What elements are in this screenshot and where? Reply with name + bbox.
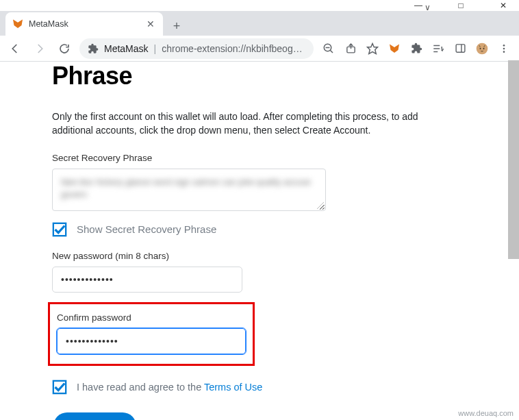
tab-metamask[interactable]: MetaMask ✕ — [5, 12, 163, 36]
page-description: Only the first account on this wallet wi… — [52, 110, 449, 138]
terms-link[interactable]: Terms of Use — [204, 382, 262, 393]
show-srp-checkbox[interactable] — [52, 222, 67, 237]
srp-label: Secret Recovery Phrase — [52, 153, 452, 163]
address-bar[interactable]: MetaMask | chrome-extension://nkbihfbeog… — [79, 38, 314, 59]
forward-button[interactable] — [30, 39, 49, 58]
confirm-password-input[interactable] — [57, 328, 246, 354]
extension-icon — [88, 43, 99, 54]
zoom-icon[interactable] — [322, 42, 336, 55]
import-button[interactable]: Import — [53, 412, 136, 420]
page-title: Phrase — [52, 62, 452, 90]
svg-marker-8 — [390, 44, 399, 53]
svg-point-17 — [503, 45, 505, 47]
svg-marker-7 — [368, 43, 378, 53]
svg-point-18 — [503, 47, 505, 49]
highlight-annotation: Confirm password — [48, 302, 255, 366]
omnibox-url: chrome-extension://nkbihfbeogaea... — [162, 43, 305, 54]
tab-title: MetaMask — [29, 19, 140, 29]
profile-avatar-icon[interactable] — [475, 42, 489, 55]
omnibox-app-name: MetaMask — [104, 43, 149, 54]
new-password-input[interactable] — [52, 267, 242, 293]
svg-point-16 — [483, 48, 485, 49]
page-viewport: Phrase Only the first account on this wa… — [0, 62, 519, 420]
svg-rect-12 — [456, 45, 465, 52]
scrollbar-thumb[interactable] — [508, 60, 519, 259]
svg-point-14 — [477, 42, 488, 54]
close-tab-icon[interactable]: ✕ — [145, 18, 156, 29]
terms-label: I have read and agree to the Terms of Us… — [77, 382, 262, 393]
reading-list-icon[interactable] — [431, 42, 445, 55]
watermark: www.deuaq.com — [458, 409, 514, 417]
svg-point-19 — [503, 51, 505, 53]
metamask-extension-icon[interactable] — [388, 42, 401, 55]
srp-textarea[interactable]: fake blur hickory glance word sign salmo… — [52, 169, 326, 211]
new-tab-button[interactable]: + — [167, 16, 186, 36]
extensions-icon[interactable] — [409, 42, 423, 55]
resize-handle-icon[interactable] — [317, 202, 324, 209]
confirm-password-label: Confirm password — [57, 312, 246, 323]
close-window-button[interactable]: ✕ — [489, 0, 518, 11]
reload-button[interactable] — [55, 39, 74, 58]
show-srp-label: Show Secret Recovery Phrase — [77, 223, 216, 235]
new-password-label: New password (min 8 chars) — [52, 251, 452, 261]
omnibox-separator: | — [154, 43, 157, 54]
star-icon[interactable] — [366, 42, 379, 55]
menu-icon[interactable] — [497, 42, 511, 55]
svg-line-5 — [330, 50, 333, 53]
srp-blurred-content: fake blur hickory glance word sign salmo… — [61, 176, 317, 202]
side-panel-icon[interactable] — [453, 42, 467, 55]
svg-point-15 — [480, 48, 481, 49]
fox-icon — [12, 18, 23, 29]
maximize-button[interactable]: □ — [446, 0, 475, 11]
terms-checkbox[interactable] — [52, 380, 67, 395]
browser-toolbar: MetaMask | chrome-extension://nkbihfbeog… — [0, 36, 519, 62]
back-button[interactable] — [5, 39, 25, 58]
tab-strip: MetaMask ✕ + — [0, 11, 519, 36]
share-icon[interactable] — [344, 42, 357, 55]
